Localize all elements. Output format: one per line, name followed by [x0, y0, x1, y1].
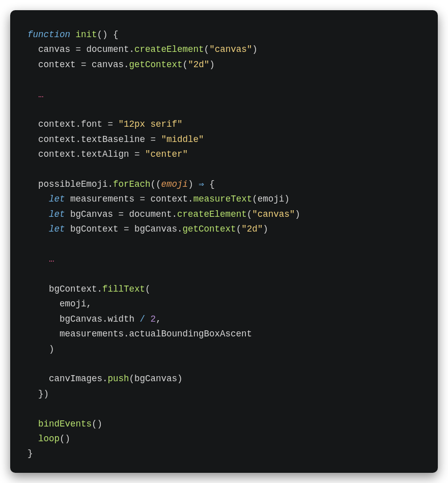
paren-open: (: [145, 284, 151, 294]
code-line: possibleEmoji.forEach((emoji) ⇒ {: [27, 179, 215, 189]
space: [145, 314, 151, 324]
keyword-let: let: [49, 194, 65, 204]
space: [65, 209, 71, 219]
space: [65, 224, 71, 234]
string: "middle": [161, 134, 204, 145]
indent: [27, 299, 60, 309]
identifier: possibleEmoji: [38, 179, 108, 189]
method: getContext: [129, 60, 183, 70]
indent: [27, 329, 60, 339]
method: createElement: [134, 44, 204, 54]
indent: [27, 284, 49, 294]
paren-open: (: [97, 30, 103, 40]
argument: emoji: [258, 194, 285, 204]
indent: [27, 90, 38, 100]
equals: =: [129, 149, 146, 159]
paren-close: ): [295, 209, 300, 219]
number: 2: [151, 314, 156, 324]
dot: .: [188, 194, 193, 204]
identifier: bgCanvas: [134, 224, 177, 234]
equals: =: [70, 44, 87, 54]
paren-open: (: [156, 179, 161, 189]
code-line: ): [27, 344, 54, 354]
method: measureText: [193, 194, 253, 204]
equals: =: [113, 209, 129, 219]
identifier: bgCanvas: [70, 209, 113, 219]
code-line: let bgContext = bgCanvas.getContext("2d"…: [27, 224, 268, 234]
space: [65, 194, 71, 204]
keyword-function: function: [27, 30, 70, 40]
identifier: context: [151, 194, 188, 204]
property: textAlign: [81, 149, 129, 159]
dot: .: [97, 284, 103, 294]
paren-open: (: [204, 44, 210, 54]
dot: .: [76, 119, 81, 129]
indent: [27, 434, 38, 444]
code-line: function init() {: [27, 30, 119, 40]
ellipsis: …: [38, 90, 44, 100]
paren-close: ): [263, 224, 268, 234]
identifier: bgCanvas: [60, 314, 102, 324]
identifier: canvImages: [49, 374, 102, 384]
indent: [27, 209, 49, 219]
keyword-let: let: [49, 224, 65, 234]
code-line: bindEvents(): [27, 419, 102, 429]
paren-close: ): [252, 44, 258, 54]
dot: .: [102, 374, 108, 384]
brace-close: }: [27, 448, 33, 459]
indent: [27, 254, 49, 264]
indent: [27, 419, 38, 429]
brace-open: {: [113, 30, 119, 40]
dot: .: [172, 209, 178, 219]
string: "2d": [241, 224, 263, 234]
method: fillText: [102, 284, 145, 294]
property: actualBoundingBoxAscent: [129, 329, 253, 339]
equals: =: [145, 134, 161, 145]
brace-close: }: [38, 389, 44, 399]
dot: .: [124, 60, 129, 70]
code-line: measurements.actualBoundingBoxAscent: [27, 329, 252, 339]
code-line: …: [27, 254, 54, 264]
string: "2d": [188, 60, 209, 70]
paren-open: (: [151, 179, 156, 189]
paren-close: ): [102, 30, 108, 40]
string: "canvas": [209, 44, 252, 54]
method: getContext: [183, 224, 236, 234]
code-line: …: [27, 90, 44, 100]
paren-open: (: [247, 209, 253, 219]
keyword-let: let: [49, 209, 65, 219]
code-line: context = canvas.getContext("2d"): [27, 60, 215, 70]
indent: [27, 194, 49, 204]
identifier: canvas: [92, 60, 124, 70]
code-line: let bgCanvas = document.createElement("c…: [27, 209, 300, 219]
dot: .: [129, 44, 135, 54]
indent: [27, 44, 38, 54]
brace-open: {: [209, 179, 215, 189]
code-line: let measurements = context.measureText(e…: [27, 194, 290, 204]
identifier: measurements: [70, 194, 134, 204]
code-snippet: function init() { canvas = document.crea…: [10, 10, 438, 473]
paren-open: (: [60, 434, 65, 444]
indent: [27, 224, 49, 234]
paren-close: ): [284, 194, 290, 204]
space: [70, 30, 76, 40]
function-call: bindEvents: [38, 419, 92, 429]
indent: [27, 389, 38, 399]
code-line: context.font = "12px serif": [27, 119, 183, 129]
indent: [27, 60, 38, 70]
paren-close: ): [177, 374, 183, 384]
code-line: bgContext.fillText(: [27, 284, 151, 294]
dot: .: [76, 134, 81, 145]
identifier: bgContext: [70, 224, 119, 234]
comma: ,: [87, 299, 92, 309]
paren-close: ): [209, 60, 215, 70]
paren-open: (: [129, 374, 135, 384]
identifier: canvas: [38, 44, 70, 54]
space: [108, 30, 114, 40]
equals: =: [134, 194, 151, 204]
string: "center": [145, 149, 188, 159]
indent: [27, 314, 60, 324]
code-line: context.textAlign = "center": [27, 149, 188, 159]
paren-close: ): [49, 344, 54, 354]
argument: bgCanvas: [134, 374, 177, 384]
